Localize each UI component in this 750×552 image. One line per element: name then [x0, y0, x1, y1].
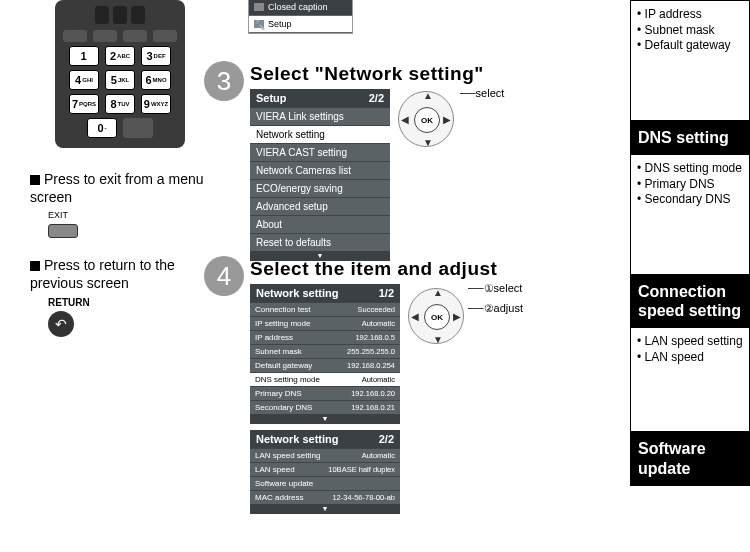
remote-key-3[interactable]: 3DEF	[141, 46, 171, 66]
network-menu-item[interactable]: Secondary DNS192.168.0.21	[250, 400, 400, 414]
setup-menu-item[interactable]: VIERA Link settings	[250, 107, 390, 125]
connection-speed-header: Connection speed setting	[630, 274, 750, 328]
step-3: 3 Select "Network setting" Setup2/2 VIER…	[250, 63, 484, 261]
sidebar-item: LAN speed	[637, 350, 745, 366]
network-menu-item[interactable]: DNS setting modeAutomatic	[250, 372, 400, 386]
exit-instruction: Press to exit from a menu screen	[30, 171, 204, 205]
setup-menu-item[interactable]: About	[250, 215, 390, 233]
remote-control: 12ABC3DEF 4GHI5JKL6MNO 7PQRS8TUV9WXYZ 0-	[55, 0, 185, 148]
dns-setting-header: DNS setting	[630, 120, 750, 155]
step-4: 4 Select the item and adjust Network set…	[250, 258, 497, 514]
setup-menu-item[interactable]: VIERA CAST setting	[250, 143, 390, 161]
network-menu-item[interactable]: IP address192.168.0.5	[250, 330, 400, 344]
remote-key-7[interactable]: 7PQRS	[69, 94, 99, 114]
setup-menu-item[interactable]: ECO/energy saving	[250, 179, 390, 197]
sidebar-item: DNS setting mode	[637, 161, 745, 177]
network-setting-menu-1: Network setting1/2 Connection testSuccee…	[250, 284, 400, 424]
setup-menu-item[interactable]: Network Cameras list	[250, 161, 390, 179]
setup-menu: Setup2/2 VIERA Link settingsNetwork sett…	[250, 89, 390, 261]
remote-key-9[interactable]: 9WXYZ	[141, 94, 171, 114]
pointer-select-4: ──①select	[468, 282, 522, 295]
menu-item-cc[interactable]: Closed caption	[249, 0, 352, 16]
setup-menu-item[interactable]: Advanced setup	[250, 197, 390, 215]
setup-menu-item[interactable]: Reset to defaults	[250, 233, 390, 251]
network-menu-item[interactable]: Connection testSucceeded	[250, 302, 400, 316]
sidebar-item: Default gateway	[637, 38, 745, 54]
sidebar-item: Primary DNS	[637, 177, 745, 193]
network-menu-item[interactable]: Subnet mask255.255.255.0	[250, 344, 400, 358]
pointer-adjust-4: ──②adjust	[468, 302, 523, 315]
pointer-select: ──select	[460, 87, 504, 99]
sidebar-item: Subnet mask	[637, 23, 745, 39]
return-instruction: Press to return to the previous screen	[30, 257, 175, 291]
exit-button[interactable]	[48, 224, 78, 238]
step-4-title: Select the item and adjust	[250, 258, 497, 280]
top-setup-menu: Closed caption 🔧Setup	[248, 0, 353, 34]
remote-key-1[interactable]: 1	[69, 46, 99, 66]
remote-key-blank[interactable]	[123, 118, 153, 138]
right-sidebar: IP addressSubnet maskDefault gateway DNS…	[630, 0, 750, 486]
remote-key-8[interactable]: 8TUV	[105, 94, 135, 114]
remote-key-5[interactable]: 5JKL	[105, 70, 135, 90]
menu-item-setup[interactable]: 🔧Setup	[249, 16, 352, 33]
sidebar-item: IP address	[637, 7, 745, 23]
exit-label: EXIT	[48, 210, 210, 222]
ok-button[interactable]: OK	[424, 304, 450, 330]
wrench-icon: 🔧	[254, 20, 264, 28]
network-setting-menu-2: Network setting2/2 LAN speed settingAuto…	[250, 430, 400, 514]
step-number-4: 4	[204, 256, 244, 296]
network-menu-item[interactable]: Software update	[250, 476, 400, 490]
network-menu-item[interactable]: Default gateway192.168.0.254	[250, 358, 400, 372]
sidebar-item: Secondary DNS	[637, 192, 745, 208]
network-menu-item[interactable]: LAN speed10BASE half duplex	[250, 462, 400, 476]
remote-key-0[interactable]: 0-	[87, 118, 117, 138]
ok-button[interactable]: OK	[414, 107, 440, 133]
return-label: RETURN	[48, 296, 210, 309]
network-menu-item[interactable]: IP setting modeAutomatic	[250, 316, 400, 330]
step-3-title: Select "Network setting"	[250, 63, 484, 85]
sidebar-item: LAN speed setting	[637, 334, 745, 350]
return-button[interactable]: ↶	[48, 311, 74, 337]
software-update-header: Software update	[630, 431, 750, 485]
left-column: 12ABC3DEF 4GHI5JKL6MNO 7PQRS8TUV9WXYZ 0-…	[30, 0, 210, 355]
remote-key-2[interactable]: 2ABC	[105, 46, 135, 66]
network-menu-item[interactable]: Primary DNS192.168.0.20	[250, 386, 400, 400]
step-number-3: 3	[204, 61, 244, 101]
cc-icon	[254, 3, 264, 11]
nav-pad-4[interactable]: OK ▲▼◀▶	[408, 288, 464, 344]
setup-menu-item[interactable]: Network setting	[250, 125, 390, 143]
remote-key-6[interactable]: 6MNO	[141, 70, 171, 90]
nav-pad-3[interactable]: OK ▲▼◀▶	[398, 91, 454, 147]
network-menu-item[interactable]: MAC address12-34-56-78-00-ab	[250, 490, 400, 504]
remote-key-4[interactable]: 4GHI	[69, 70, 99, 90]
network-menu-item[interactable]: LAN speed settingAutomatic	[250, 448, 400, 462]
